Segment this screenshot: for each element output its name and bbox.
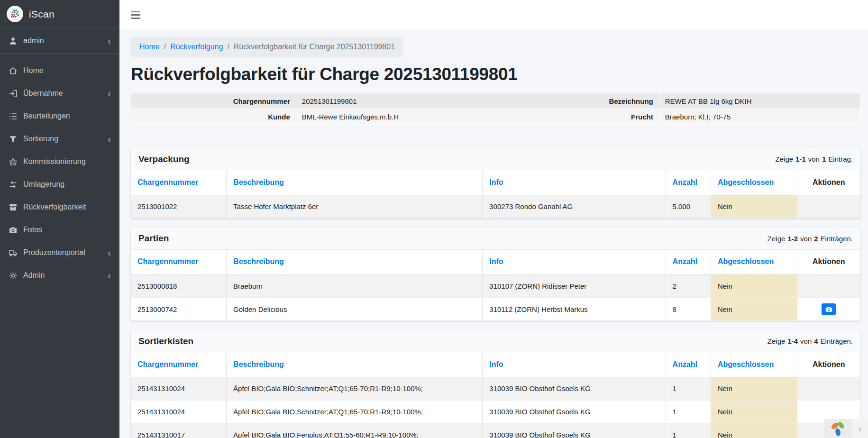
entries-summary: Zeige1-1von1Eintrag. — [776, 155, 853, 163]
verpackung-table: Chargennummer Beschreibung Info Anzahl A… — [131, 170, 860, 219]
section-title: Verpackung — [138, 154, 190, 164]
column-header-info[interactable]: Info — [483, 250, 666, 274]
actions-cell — [797, 274, 860, 298]
sortierkisten-section: Sortierkisten Zeige1-4von4Einträgen. Cha… — [131, 330, 860, 438]
column-header-info[interactable]: Info — [483, 352, 666, 377]
entries-summary: Zeige1-4von4Einträgen. — [767, 337, 853, 345]
charge-details-table: Chargennummer 20251301199801 Bezeichnung… — [131, 93, 860, 125]
sidebar-item-fotos[interactable]: Fotos — [0, 219, 119, 241]
sortierkisten-header: Sortierkisten Zeige1-4von4Einträgen. — [131, 330, 860, 352]
column-header-aktionen: Aktionen — [797, 170, 860, 195]
status-cell: Nein — [711, 195, 797, 218]
home-icon — [9, 66, 18, 75]
sidebar-item-kommissionierung[interactable]: Kommissionierung — [0, 150, 119, 173]
chevron-left-icon: ‹ — [108, 134, 113, 144]
status-cell: Nein — [711, 298, 797, 321]
partien-section: Partien Zeige1-2von2Einträgen. Chargennu… — [131, 228, 860, 321]
basket-icon — [9, 157, 18, 166]
verpackung-section: Verpackung Zeige1-1von1Eintrag. Chargenn… — [131, 148, 860, 219]
breadcrumb-home-link[interactable]: Home — [139, 43, 160, 51]
table-row: 251431310024 Äpfel BIO;Gala BIO;Schnitze… — [131, 400, 860, 423]
column-header-aktionen: Aktionen — [797, 250, 860, 274]
corner-widget: ‹ — [824, 419, 868, 438]
truck-icon — [9, 248, 18, 257]
pinwheel-logo-icon — [829, 420, 847, 438]
column-header-chargennummer[interactable]: Chargennummer — [131, 352, 227, 377]
section-title: Sortierkisten — [138, 336, 193, 347]
column-header-abgeschlossen[interactable]: Abgeschlossen — [711, 352, 797, 377]
column-header-aktionen: Aktionen — [797, 352, 860, 377]
sortierkisten-table: Chargennummer Beschreibung Info Anzahl A… — [131, 352, 860, 438]
column-header-beschreibung[interactable]: Beschreibung — [227, 352, 483, 377]
breadcrumb: Home / Rückverfolgung / Rückverfolgbarke… — [131, 37, 403, 57]
actions-cell — [797, 195, 860, 218]
brand[interactable]: iScan — [0, 0, 119, 28]
camera-icon — [825, 306, 832, 312]
sidebar-item-admin[interactable]: Admin ‹ — [0, 264, 119, 287]
sidebar-item-home[interactable]: Home — [0, 59, 119, 82]
sidebar-nav: Home Übernahme ‹ Beurteilungen Sortieru — [0, 54, 119, 292]
table-row: 251431310024 Äpfel BIO;Gala BIO;Schnitze… — [131, 377, 860, 400]
page-title: Rückverfolgbarkeit für Charge 2025130119… — [131, 64, 860, 84]
details-label-frucht: Frucht — [497, 109, 659, 125]
gear-icon — [9, 271, 18, 280]
column-header-abgeschlossen[interactable]: Abgeschlossen — [711, 250, 797, 274]
sidebar-item-beurteilungen[interactable]: Beurteilungen — [0, 105, 119, 128]
breadcrumb-current: Rückverfolgbarkeit für Charge 2025130119… — [234, 43, 395, 51]
intake-icon — [9, 89, 18, 98]
column-header-anzahl[interactable]: Anzahl — [666, 170, 711, 195]
actions-cell — [797, 298, 860, 321]
breadcrumb-rueckverfolgung-link[interactable]: Rückverfolgung — [170, 43, 223, 51]
column-header-info[interactable]: Info — [483, 170, 666, 195]
verpackung-header: Verpackung Zeige1-1von1Eintrag. — [131, 148, 860, 170]
fotos-action-button[interactable] — [822, 303, 836, 315]
topbar — [119, 0, 868, 30]
chevron-left-icon: ‹ — [108, 271, 113, 280]
user-icon — [9, 36, 18, 46]
sidebar-item-umlagerung[interactable]: Umlagerung — [0, 173, 119, 196]
sidebar-item-uebernahme[interactable]: Übernahme ‹ — [0, 82, 119, 105]
column-header-chargennummer[interactable]: Chargennummer — [131, 250, 227, 274]
list-icon — [9, 112, 18, 121]
breadcrumb-separator: / — [164, 43, 166, 51]
iscan-logo-icon — [7, 6, 23, 22]
details-value-kunde: BML-Rewe Einkaufsges.m.b.H — [296, 109, 497, 125]
table-row: 251431310017 Äpfel BIO;Gala BIO;Fenplus;… — [131, 423, 860, 438]
actions-cell — [797, 377, 860, 400]
column-header-beschreibung[interactable]: Beschreibung — [227, 250, 483, 274]
brand-name: iScan — [29, 9, 55, 20]
sidebar-item-rueckverfolgbarkeit[interactable]: Rückverfolgbarkeit — [0, 196, 119, 219]
sidebar-toggle-button[interactable] — [131, 11, 140, 19]
column-header-anzahl[interactable]: Anzahl — [666, 352, 711, 377]
column-header-abgeschlossen[interactable]: Abgeschlossen — [711, 170, 797, 195]
column-header-beschreibung[interactable]: Beschreibung — [227, 170, 483, 195]
details-value-bezeichnung: REWE AT BB 1lg 6kg DKIH — [659, 93, 860, 109]
sidebar: iScan admin ‹ Home Übernahme ‹ — [0, 0, 119, 438]
status-cell: Nein — [711, 274, 797, 298]
table-row: 2513000742 Golden Delicious 310112 (ZORN… — [131, 298, 860, 321]
archive-icon — [9, 203, 18, 212]
partien-table: Chargennummer Beschreibung Info Anzahl A… — [131, 250, 860, 321]
details-label-kunde: Kunde — [131, 109, 296, 125]
sidebar-user-menu[interactable]: admin ‹ — [0, 28, 119, 54]
user-name: admin — [23, 36, 44, 45]
sidebar-item-sortierung[interactable]: Sortierung ‹ — [0, 128, 119, 150]
details-value-chargennummer: 20251301199801 — [296, 93, 497, 109]
sidebar-item-produzentenportal[interactable]: Produzentenportal ‹ — [0, 241, 119, 264]
chevron-left-icon: ‹ — [108, 89, 113, 98]
support-widget-button[interactable] — [824, 419, 852, 438]
table-row: 2513001022 Tasse Hofer Marktplatz 6er 30… — [131, 195, 860, 218]
filter-icon — [9, 135, 18, 144]
partien-header: Partien Zeige1-2von2Einträgen. — [131, 228, 860, 250]
details-value-frucht: Braeburn; Kl.I; 70-75 — [659, 109, 860, 125]
chevron-left-icon: ‹ — [859, 424, 861, 434]
camera-icon — [9, 226, 18, 235]
content: Home / Rückverfolgung / Rückverfolgbarke… — [119, 30, 868, 438]
main-area: Home / Rückverfolgung / Rückverfolgbarke… — [119, 0, 868, 438]
column-header-chargennummer[interactable]: Chargennummer — [131, 170, 227, 195]
column-header-anzahl[interactable]: Anzahl — [666, 250, 711, 274]
chevron-left-icon: ‹ — [108, 248, 113, 257]
chevron-left-icon: ‹ — [108, 36, 113, 46]
details-label-bezeichnung: Bezeichnung — [497, 93, 659, 109]
widget-collapse-button[interactable]: ‹ — [852, 419, 868, 438]
